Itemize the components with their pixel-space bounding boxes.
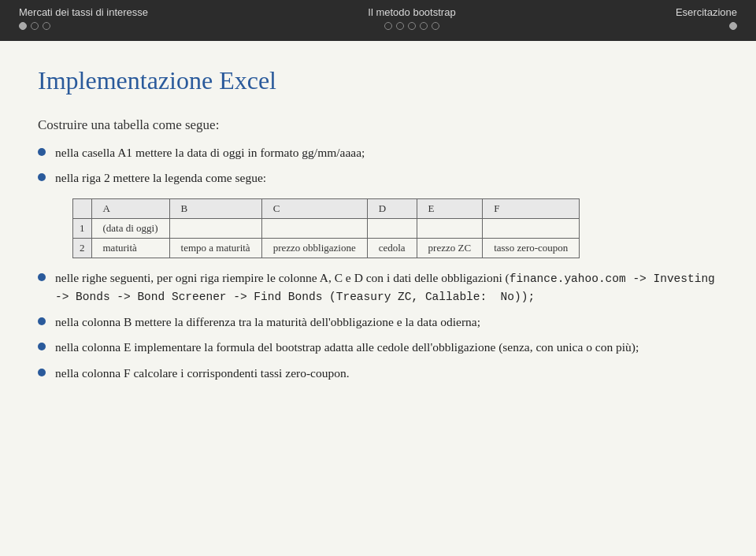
- list-item: nella colonna F calcolare i corrisponden…: [38, 365, 718, 382]
- table-header-a: A: [91, 198, 169, 218]
- table-cell-e1: [417, 218, 483, 238]
- bullet-text-2: nella riga 2 mettere la legenda come seg…: [55, 169, 718, 187]
- bullet-list: nella casella A1 mettere la data di oggi…: [38, 144, 718, 382]
- nav-title-center: Il metodo bootstrap: [368, 6, 455, 18]
- table-header-b: B: [169, 198, 261, 218]
- excel-table: A B C D E F 1 (data di oggi): [72, 198, 580, 258]
- excel-table-wrapper: A B C D E F 1 (data di oggi): [72, 198, 718, 258]
- table-cell-row2: 2: [73, 238, 92, 258]
- slide-title: Implementazione Excel: [38, 66, 718, 95]
- nav-dots-center: [384, 22, 439, 30]
- bullet-dot-4: [38, 317, 46, 325]
- dot-c2: [396, 22, 404, 30]
- table-cell-e2: prezzo ZC: [417, 238, 483, 258]
- table-row: A B C D E F: [73, 198, 580, 218]
- nav-section-center: Il metodo bootstrap: [368, 6, 455, 30]
- bullet-text-4: nella colonna B mettere la differenza tr…: [55, 313, 718, 331]
- dot-c5: [432, 22, 439, 30]
- bullet-dot-2: [38, 173, 46, 181]
- table-cell: [73, 198, 92, 218]
- bullet-text-3: nelle righe seguenti, per ogni riga riem…: [55, 269, 718, 306]
- table-cell-c1: [261, 218, 367, 238]
- list-item: nelle righe seguenti, per ogni riga riem…: [38, 269, 718, 306]
- table-row: 1 (data di oggi): [73, 218, 580, 238]
- bullet-dot-1: [38, 148, 46, 156]
- table-row: 2 maturità tempo a maturità prezzo obbli…: [73, 238, 580, 258]
- section-header: Costruire una tabella come segue:: [38, 117, 718, 133]
- table-header-f: F: [483, 198, 580, 218]
- table-container: A B C D E F 1 (data di oggi): [55, 198, 718, 258]
- table-cell-c2: prezzo obbligazione: [261, 238, 367, 258]
- bullet-text-5: nella colonna E implementare la formula …: [55, 339, 718, 356]
- table-header-e: E: [417, 198, 483, 218]
- bullet-dot-5: [38, 343, 46, 350]
- dot-r1: [729, 22, 737, 30]
- bullet-text-1: nella casella A1 mettere la data di oggi…: [55, 144, 718, 161]
- nav-section-right: Esercitazione: [676, 6, 737, 30]
- bullet-text-6: nella colonna F calcolare i corrisponden…: [55, 365, 718, 382]
- dot-1: [19, 22, 27, 30]
- top-nav: Mercati dei tassi di interesse Il metodo…: [0, 0, 756, 41]
- nav-section-left: Mercati dei tassi di interesse: [19, 6, 148, 30]
- nav-dots-left: [19, 22, 148, 30]
- finance-ref: finance.yahoo.com -> Investing -> Bonds …: [55, 272, 715, 303]
- table-cell-b1: [169, 218, 261, 238]
- dot-3: [43, 22, 50, 30]
- list-item: nella colonna B mettere la differenza tr…: [38, 313, 718, 331]
- nav-title-left: Mercati dei tassi di interesse: [19, 6, 148, 18]
- nav-dots-right: [729, 22, 737, 30]
- bullet-dot-6: [38, 369, 46, 376]
- dot-2: [31, 22, 39, 30]
- dot-c1: [384, 22, 392, 30]
- bullet-dot-3: [38, 273, 46, 281]
- table-cell-a1: (data di oggi): [91, 218, 169, 238]
- table-cell-d2: cedola: [367, 238, 417, 258]
- table-header-c: C: [261, 198, 367, 218]
- dot-c4: [420, 22, 428, 30]
- table-cell-d1: [367, 218, 417, 238]
- nav-title-right: Esercitazione: [676, 6, 737, 18]
- table-cell-a2: maturità: [91, 238, 169, 258]
- table-cell-f2: tasso zero-coupon: [483, 238, 580, 258]
- dot-c3: [408, 22, 416, 30]
- list-item: nella casella A1 mettere la data di oggi…: [38, 144, 718, 161]
- table-header-d: D: [367, 198, 417, 218]
- main-content: Implementazione Excel Costruire una tabe…: [0, 41, 756, 556]
- list-item: nella colonna E implementare la formula …: [38, 339, 718, 356]
- table-cell-row1: 1: [73, 218, 92, 238]
- table-cell-b2: tempo a maturità: [169, 238, 261, 258]
- list-item: nella riga 2 mettere la legenda come seg…: [38, 169, 718, 187]
- table-cell-f1: [483, 218, 580, 238]
